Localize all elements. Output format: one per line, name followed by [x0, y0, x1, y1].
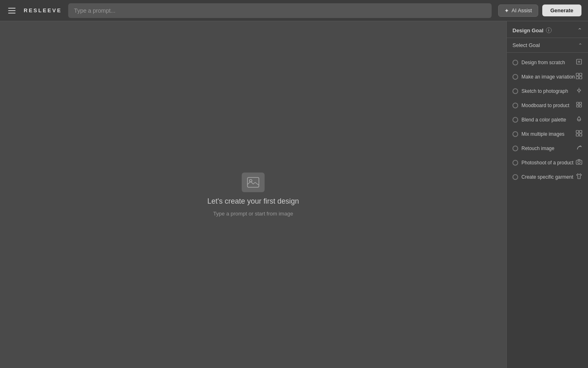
goal-radio-retouch-image[interactable] — [512, 146, 518, 151]
goal-item-specific-garment[interactable]: Create specific garment — [507, 170, 588, 184]
goal-item-retouch-image[interactable]: Retouch image — [507, 141, 588, 155]
goal-radio-moodboard-product[interactable] — [512, 103, 518, 108]
goal-icon-mix-images — [576, 130, 582, 138]
svg-rect-10 — [579, 105, 581, 107]
svg-rect-14 — [579, 134, 582, 136]
topbar: RESLEEVE ✦ AI Assist Generate — [0, 0, 588, 21]
svg-rect-0 — [247, 177, 259, 187]
image-placeholder-icon — [242, 173, 265, 192]
goal-label-moodboard-product: Moodboard to product — [521, 103, 569, 108]
goal-label-blend-color: Blend a color palette — [521, 117, 566, 123]
goal-item-photoshoot-product[interactable]: Photoshoot of a product — [507, 155, 588, 170]
goal-list: Design from scratch Make an image variat… — [507, 53, 588, 186]
goal-radio-photoshoot-product[interactable] — [512, 160, 518, 166]
svg-rect-4 — [579, 73, 582, 76]
goal-radio-mix-images[interactable] — [512, 131, 518, 137]
goal-item-left: Make an image variation — [512, 74, 575, 80]
goal-item-left: Blend a color palette — [512, 117, 566, 123]
goal-item-blend-color[interactable]: Blend a color palette — [507, 112, 588, 127]
goal-item-image-variation[interactable]: Make an image variation — [507, 70, 588, 84]
goal-item-left: Moodboard to product — [512, 103, 569, 108]
select-goal-row[interactable]: Select Goal ⌃ — [507, 38, 588, 53]
goal-icon-design-scratch — [576, 58, 582, 66]
goal-label-design-scratch: Design from scratch — [521, 60, 565, 65]
goal-item-mix-images[interactable]: Mix multiple images — [507, 127, 588, 141]
goal-radio-design-scratch[interactable] — [512, 60, 518, 65]
collapse-design-goal-icon[interactable]: ⌃ — [577, 27, 582, 34]
goal-radio-blend-color[interactable] — [512, 117, 518, 123]
main-area: Let's create your first design Type a pr… — [0, 21, 588, 368]
ai-assist-icon: ✦ — [504, 7, 509, 14]
svg-rect-5 — [576, 76, 579, 79]
goal-label-mix-images: Mix multiple images — [521, 131, 564, 137]
empty-title: Let's create your first design — [207, 197, 299, 206]
goal-label-image-variation: Make an image variation — [521, 74, 575, 80]
goal-icon-retouch-image — [576, 144, 582, 152]
svg-point-16 — [578, 161, 580, 164]
goal-label-sketch-photo: Sketch to photograph — [521, 88, 568, 94]
goal-icon-photoshoot-product — [576, 159, 582, 166]
svg-rect-6 — [579, 76, 582, 79]
goal-icon-sketch-photo — [576, 87, 582, 95]
svg-rect-7 — [577, 102, 579, 104]
empty-subtitle: Type a prompt or start from image — [213, 211, 293, 217]
goal-item-moodboard-product[interactable]: Moodboard to product — [507, 98, 588, 112]
goal-icon-blend-color — [576, 116, 582, 123]
prompt-input[interactable] — [68, 3, 491, 18]
svg-rect-3 — [576, 73, 579, 76]
goal-label-photoshoot-product: Photoshoot of a product — [521, 160, 573, 166]
goal-radio-image-variation[interactable] — [512, 74, 518, 80]
goal-label-retouch-image: Retouch image — [521, 146, 555, 151]
ai-assist-button[interactable]: ✦ AI Assist — [498, 4, 538, 17]
design-goal-title: Design Goal i — [512, 27, 552, 34]
select-goal-chevron-icon: ⌃ — [578, 43, 582, 48]
app-logo: RESLEEVE — [24, 7, 62, 13]
goal-radio-specific-garment[interactable] — [512, 174, 518, 180]
svg-rect-8 — [579, 102, 581, 104]
right-sidebar: Design Goal i ⌃ Select Goal ⌃ Design fro… — [506, 21, 588, 368]
canvas-area: Let's create your first design Type a pr… — [0, 21, 506, 368]
goal-item-left: Mix multiple images — [512, 131, 564, 137]
svg-rect-13 — [576, 134, 579, 136]
svg-rect-11 — [576, 130, 579, 133]
empty-state: Let's create your first design Type a pr… — [207, 173, 299, 217]
goal-item-left: Photoshoot of a product — [512, 160, 573, 166]
goal-label-specific-garment: Create specific garment — [521, 174, 573, 180]
topbar-right: ✦ AI Assist Generate — [498, 4, 581, 17]
svg-rect-9 — [577, 105, 579, 107]
ai-assist-label: AI Assist — [512, 7, 532, 13]
info-icon[interactable]: i — [546, 27, 552, 33]
generate-button[interactable]: Generate — [542, 4, 581, 16]
goal-item-left: Create specific garment — [512, 174, 573, 180]
goal-radio-sketch-photo[interactable] — [512, 88, 518, 94]
goal-item-left: Design from scratch — [512, 60, 565, 65]
goal-item-sketch-photo[interactable]: Sketch to photograph — [507, 84, 588, 98]
goal-item-left: Retouch image — [512, 146, 555, 151]
design-goal-header: Design Goal i ⌃ — [507, 21, 588, 38]
menu-button[interactable] — [7, 6, 17, 15]
goal-item-left: Sketch to photograph — [512, 88, 568, 94]
goal-icon-image-variation — [576, 73, 582, 81]
goal-item-design-scratch[interactable]: Design from scratch — [507, 55, 588, 70]
goal-icon-specific-garment — [576, 173, 582, 181]
svg-rect-12 — [579, 130, 582, 133]
goal-icon-moodboard-product — [576, 101, 582, 109]
select-goal-label: Select Goal — [512, 42, 540, 48]
